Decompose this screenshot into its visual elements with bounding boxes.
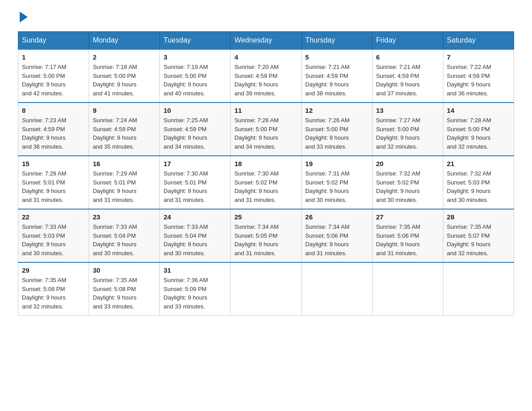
day-number: 21 <box>447 160 510 167</box>
calendar-cell: 16 Sunrise: 7:29 AM Sunset: 5:01 PM Dayl… <box>89 156 160 209</box>
day-number: 15 <box>22 160 85 167</box>
day-number: 22 <box>22 213 85 221</box>
day-number: 8 <box>22 107 85 114</box>
calendar-cell: 12 Sunrise: 7:26 AM Sunset: 5:00 PM Dayl… <box>301 103 372 156</box>
day-number: 10 <box>163 107 227 114</box>
day-info: Sunrise: 7:22 AM Sunset: 4:59 PM Dayligh… <box>447 63 510 98</box>
calendar-cell: 28 Sunrise: 7:35 AM Sunset: 5:07 PM Dayl… <box>443 209 514 262</box>
calendar-cell: 15 Sunrise: 7:29 AM Sunset: 5:01 PM Dayl… <box>18 156 89 209</box>
day-info: Sunrise: 7:29 AM Sunset: 5:01 PM Dayligh… <box>93 169 156 204</box>
calendar-cell <box>231 262 301 316</box>
page-header <box>18 13 514 22</box>
day-info: Sunrise: 7:19 AM Sunset: 5:00 PM Dayligh… <box>163 63 227 98</box>
calendar-table: SundayMondayTuesdayWednesdayThursdayFrid… <box>18 31 514 316</box>
day-info: Sunrise: 7:33 AM Sunset: 5:04 PM Dayligh… <box>163 223 227 257</box>
calendar-cell: 23 Sunrise: 7:33 AM Sunset: 5:04 PM Dayl… <box>89 209 160 262</box>
day-info: Sunrise: 7:26 AM Sunset: 5:00 PM Dayligh… <box>305 116 369 151</box>
day-info: Sunrise: 7:32 AM Sunset: 5:02 PM Dayligh… <box>376 169 439 204</box>
day-number: 6 <box>376 53 439 61</box>
day-number: 24 <box>163 213 227 221</box>
day-info: Sunrise: 7:28 AM Sunset: 5:00 PM Dayligh… <box>447 116 510 151</box>
calendar-week-row: 15 Sunrise: 7:29 AM Sunset: 5:01 PM Dayl… <box>18 156 514 209</box>
day-info: Sunrise: 7:17 AM Sunset: 5:00 PM Dayligh… <box>22 63 85 98</box>
calendar-cell: 29 Sunrise: 7:35 AM Sunset: 5:08 PM Dayl… <box>18 262 89 316</box>
calendar-cell: 19 Sunrise: 7:31 AM Sunset: 5:02 PM Dayl… <box>301 156 372 209</box>
calendar-cell: 30 Sunrise: 7:35 AM Sunset: 5:08 PM Dayl… <box>89 262 160 316</box>
day-info: Sunrise: 7:20 AM Sunset: 4:59 PM Dayligh… <box>234 63 297 98</box>
calendar-cell: 18 Sunrise: 7:30 AM Sunset: 5:02 PM Dayl… <box>231 156 301 209</box>
day-number: 19 <box>305 160 369 167</box>
calendar-cell <box>443 262 514 316</box>
calendar-cell: 8 Sunrise: 7:23 AM Sunset: 4:59 PM Dayli… <box>18 103 89 156</box>
day-number: 1 <box>22 53 85 61</box>
calendar-cell: 4 Sunrise: 7:20 AM Sunset: 4:59 PM Dayli… <box>231 49 301 103</box>
calendar-cell: 6 Sunrise: 7:21 AM Sunset: 4:59 PM Dayli… <box>372 49 443 103</box>
calendar-cell: 1 Sunrise: 7:17 AM Sunset: 5:00 PM Dayli… <box>18 49 89 103</box>
calendar-cell: 22 Sunrise: 7:33 AM Sunset: 5:03 PM Dayl… <box>18 209 89 262</box>
day-number: 13 <box>376 107 439 114</box>
calendar-cell: 31 Sunrise: 7:36 AM Sunset: 5:09 PM Dayl… <box>160 262 231 316</box>
day-number: 27 <box>376 213 439 221</box>
calendar-cell <box>372 262 443 316</box>
day-number: 17 <box>163 160 227 167</box>
day-number: 16 <box>93 160 156 167</box>
calendar-week-row: 8 Sunrise: 7:23 AM Sunset: 4:59 PM Dayli… <box>18 103 514 156</box>
day-of-week-header: Tuesday <box>160 32 231 50</box>
day-number: 25 <box>234 213 297 221</box>
day-info: Sunrise: 7:35 AM Sunset: 5:07 PM Dayligh… <box>447 223 510 257</box>
day-number: 26 <box>305 213 369 221</box>
day-of-week-header: Saturday <box>443 32 514 50</box>
calendar-cell: 25 Sunrise: 7:34 AM Sunset: 5:05 PM Dayl… <box>231 209 301 262</box>
day-number: 31 <box>163 266 227 274</box>
day-info: Sunrise: 7:26 AM Sunset: 5:00 PM Dayligh… <box>234 116 297 151</box>
calendar-cell: 10 Sunrise: 7:25 AM Sunset: 4:59 PM Dayl… <box>160 103 231 156</box>
day-number: 11 <box>234 107 297 114</box>
day-of-week-header: Monday <box>89 32 160 50</box>
day-info: Sunrise: 7:35 AM Sunset: 5:06 PM Dayligh… <box>376 223 439 257</box>
calendar-cell <box>301 262 372 316</box>
day-info: Sunrise: 7:34 AM Sunset: 5:06 PM Dayligh… <box>305 223 369 257</box>
day-info: Sunrise: 7:35 AM Sunset: 5:08 PM Dayligh… <box>22 276 85 311</box>
day-info: Sunrise: 7:36 AM Sunset: 5:09 PM Dayligh… <box>163 276 227 311</box>
day-info: Sunrise: 7:35 AM Sunset: 5:08 PM Dayligh… <box>93 276 156 311</box>
calendar-cell: 14 Sunrise: 7:28 AM Sunset: 5:00 PM Dayl… <box>443 103 514 156</box>
calendar-week-row: 29 Sunrise: 7:35 AM Sunset: 5:08 PM Dayl… <box>18 262 514 316</box>
day-of-week-header: Wednesday <box>231 32 301 50</box>
calendar-cell: 11 Sunrise: 7:26 AM Sunset: 5:00 PM Dayl… <box>231 103 301 156</box>
logo <box>18 13 28 22</box>
day-info: Sunrise: 7:23 AM Sunset: 4:59 PM Dayligh… <box>22 116 85 151</box>
day-info: Sunrise: 7:30 AM Sunset: 5:02 PM Dayligh… <box>234 169 297 204</box>
day-number: 2 <box>93 53 156 61</box>
calendar-week-row: 1 Sunrise: 7:17 AM Sunset: 5:00 PM Dayli… <box>18 49 514 103</box>
day-info: Sunrise: 7:25 AM Sunset: 4:59 PM Dayligh… <box>163 116 227 151</box>
day-info: Sunrise: 7:24 AM Sunset: 4:59 PM Dayligh… <box>93 116 156 151</box>
day-info: Sunrise: 7:18 AM Sunset: 5:00 PM Dayligh… <box>93 63 156 98</box>
day-info: Sunrise: 7:21 AM Sunset: 4:59 PM Dayligh… <box>305 63 369 98</box>
day-number: 4 <box>234 53 297 61</box>
calendar-cell: 27 Sunrise: 7:35 AM Sunset: 5:06 PM Dayl… <box>372 209 443 262</box>
day-number: 9 <box>93 107 156 114</box>
day-info: Sunrise: 7:33 AM Sunset: 5:03 PM Dayligh… <box>22 223 85 257</box>
calendar-cell: 7 Sunrise: 7:22 AM Sunset: 4:59 PM Dayli… <box>443 49 514 103</box>
day-info: Sunrise: 7:27 AM Sunset: 5:00 PM Dayligh… <box>376 116 439 151</box>
day-number: 18 <box>234 160 297 167</box>
day-number: 20 <box>376 160 439 167</box>
day-number: 7 <box>447 53 510 61</box>
day-info: Sunrise: 7:32 AM Sunset: 5:03 PM Dayligh… <box>447 169 510 204</box>
day-info: Sunrise: 7:31 AM Sunset: 5:02 PM Dayligh… <box>305 169 369 204</box>
calendar-header-row: SundayMondayTuesdayWednesdayThursdayFrid… <box>18 32 514 50</box>
calendar-cell: 2 Sunrise: 7:18 AM Sunset: 5:00 PM Dayli… <box>89 49 160 103</box>
day-info: Sunrise: 7:30 AM Sunset: 5:01 PM Dayligh… <box>163 169 227 204</box>
calendar-cell: 26 Sunrise: 7:34 AM Sunset: 5:06 PM Dayl… <box>301 209 372 262</box>
day-of-week-header: Sunday <box>18 32 89 50</box>
calendar-cell: 9 Sunrise: 7:24 AM Sunset: 4:59 PM Dayli… <box>89 103 160 156</box>
day-number: 5 <box>305 53 369 61</box>
day-info: Sunrise: 7:33 AM Sunset: 5:04 PM Dayligh… <box>93 223 156 257</box>
calendar-cell: 17 Sunrise: 7:30 AM Sunset: 5:01 PM Dayl… <box>160 156 231 209</box>
day-of-week-header: Thursday <box>301 32 372 50</box>
day-of-week-header: Friday <box>372 32 443 50</box>
day-number: 3 <box>163 53 227 61</box>
day-number: 30 <box>93 266 156 274</box>
day-number: 29 <box>22 266 85 274</box>
calendar-cell: 5 Sunrise: 7:21 AM Sunset: 4:59 PM Dayli… <box>301 49 372 103</box>
